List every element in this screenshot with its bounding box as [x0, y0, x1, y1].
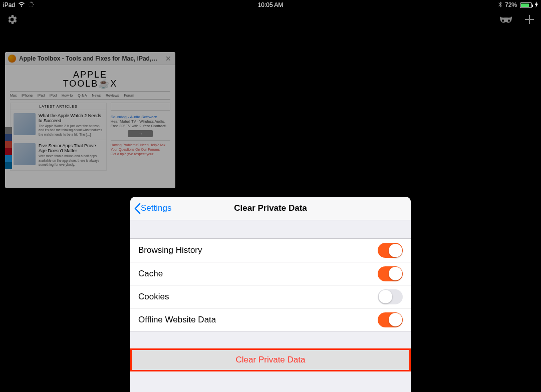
clear-private-data-panel: Settings Clear Private Data Browsing His… — [130, 197, 411, 392]
battery-icon — [520, 3, 532, 8]
browser-toolbar — [0, 13, 541, 28]
list-item: What the Apple Watch 2 Needs to SucceedT… — [11, 110, 106, 140]
bluetooth-icon — [498, 2, 502, 9]
toggle-cookies[interactable] — [378, 289, 403, 304]
modal-title: Clear Private Data — [234, 203, 307, 213]
svg-point-3 — [33, 6, 33, 6]
clear-private-data-button[interactable]: Clear Private Data — [130, 348, 411, 371]
svg-point-5 — [29, 6, 30, 6]
ad-block: Soundog - Audio Software Hear Muted TV -… — [111, 115, 170, 156]
latest-heading: LATEST ARTICLES — [11, 103, 106, 110]
charging-icon — [535, 2, 538, 9]
option-cookies: Cookies — [130, 285, 411, 308]
svg-point-2 — [33, 4, 34, 5]
loading-icon — [28, 2, 34, 9]
device-label: iPad — [3, 2, 15, 9]
tab-thumbnail[interactable]: Apple Toolbox - Tools and Fixes for Mac,… — [5, 52, 175, 188]
option-browsing-history: Browsing History — [130, 239, 411, 262]
svg-point-1 — [32, 2, 33, 3]
modal-header: Settings Clear Private Data — [130, 197, 411, 220]
option-cache: Cache — [130, 262, 411, 285]
article-thumb — [14, 143, 36, 165]
article-thumb — [14, 113, 36, 135]
svg-point-0 — [31, 2, 32, 3]
svg-point-6 — [29, 4, 29, 5]
social-share-bar — [5, 127, 12, 169]
toggle-browsing-history[interactable] — [378, 243, 403, 258]
site-nav: MaciPhoneiPadiPodHow-toQ & ANewsReviewsF… — [10, 91, 170, 100]
list-item: Five Senior Apps That Prove Age Doesn't … — [11, 140, 106, 170]
toggle-offline-data[interactable] — [378, 312, 403, 327]
tab-title: Apple Toolbox - Tools and Fixes for Mac,… — [19, 55, 161, 62]
wifi-icon — [18, 2, 25, 9]
close-tab-button[interactable]: ✕ — [164, 55, 172, 63]
svg-point-7 — [29, 3, 30, 3]
chevron-left-icon — [134, 203, 141, 214]
new-tab-button[interactable] — [524, 14, 535, 27]
back-button[interactable]: Settings — [130, 203, 171, 214]
option-offline-data: Offline Website Data — [130, 308, 411, 331]
clock: 10:05 AM — [258, 2, 284, 9]
firefox-icon — [8, 55, 16, 63]
arrow-right-icon: → — [128, 130, 153, 137]
site-search — [111, 103, 170, 111]
status-bar: iPad 10:05 AM 72% — [0, 0, 541, 10]
page-title: APPLE TOOLB☕X — [10, 70, 170, 88]
battery-pct: 72% — [505, 2, 517, 9]
svg-point-4 — [31, 6, 31, 7]
toggle-cache[interactable] — [378, 266, 403, 281]
back-label: Settings — [141, 203, 171, 213]
private-mode-button[interactable] — [499, 16, 513, 26]
settings-button[interactable] — [6, 14, 18, 28]
options-group: Browsing History Cache Cookies Offline W… — [130, 238, 411, 331]
